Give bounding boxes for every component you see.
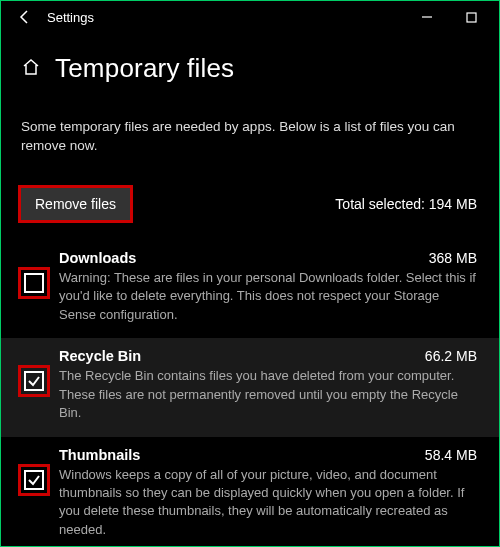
titlebar: Settings — [1, 1, 499, 33]
check-icon — [27, 374, 41, 388]
item-size: 368 MB — [429, 250, 477, 266]
home-icon[interactable] — [21, 57, 41, 80]
back-button[interactable] — [7, 9, 43, 25]
item-title: Recycle Bin — [59, 348, 141, 364]
list-item: Recycle Bin 66.2 MB The Recycle Bin cont… — [1, 338, 499, 436]
remove-files-button[interactable]: Remove files — [21, 188, 130, 220]
window-title: Settings — [43, 10, 94, 25]
maximize-icon — [466, 12, 477, 23]
page-header: Temporary files — [1, 33, 499, 90]
page-title: Temporary files — [55, 53, 234, 84]
intro-text: Some temporary files are needed by apps.… — [1, 90, 499, 166]
list-item: Thumbnails 58.4 MB Windows keeps a copy … — [1, 437, 499, 548]
list-item: Downloads 368 MB Warning: These are file… — [1, 240, 499, 338]
item-desc: Warning: These are files in your persona… — [59, 269, 477, 324]
arrow-left-icon — [17, 9, 33, 25]
check-icon — [27, 473, 41, 487]
total-selected-label: Total selected: 194 MB — [335, 196, 477, 212]
item-title: Thumbnails — [59, 447, 140, 463]
item-size: 58.4 MB — [425, 447, 477, 463]
checkbox-downloads[interactable] — [21, 270, 47, 296]
item-desc: Windows keeps a copy of all of your pict… — [59, 466, 477, 540]
item-size: 66.2 MB — [425, 348, 477, 364]
item-list: Downloads 368 MB Warning: These are file… — [1, 228, 499, 547]
minimize-button[interactable] — [405, 1, 449, 33]
action-row: Remove files Total selected: 194 MB — [1, 166, 499, 228]
item-title: Downloads — [59, 250, 136, 266]
minimize-icon — [421, 11, 433, 23]
svg-rect-0 — [467, 13, 476, 22]
item-desc: The Recycle Bin contains files you have … — [59, 367, 477, 422]
checkbox-thumbnails[interactable] — [21, 467, 47, 493]
checkbox-recycle-bin[interactable] — [21, 368, 47, 394]
maximize-button[interactable] — [449, 1, 493, 33]
